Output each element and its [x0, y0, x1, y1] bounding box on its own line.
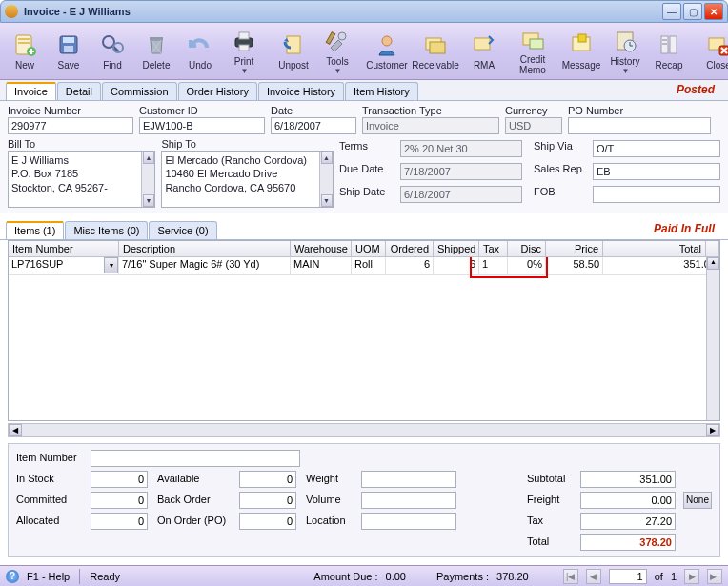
amount-due-value: 0.00 [386, 571, 406, 582]
undo-button[interactable]: Undo [179, 26, 221, 77]
allocated-field[interactable] [91, 513, 148, 530]
prev-page-button[interactable]: ◀ [586, 569, 601, 584]
chevron-down-icon[interactable]: ▼ [622, 67, 630, 75]
tab-service[interactable]: Service (0) [149, 221, 216, 239]
delete-button[interactable]: Delete [135, 26, 177, 77]
cell-item[interactable]: LP716SUP▾ [9, 257, 119, 274]
find-button[interactable]: Find [91, 26, 133, 77]
ship-to-scrollbar[interactable]: ▲▼ [319, 152, 333, 207]
freight-field[interactable] [580, 492, 676, 509]
page-field[interactable] [609, 569, 647, 584]
cell-desc[interactable]: 7/16" Super Magic 6# (30 Yd) [119, 257, 291, 274]
svg-rect-22 [530, 39, 543, 49]
credit-memo-button[interactable]: Credit Memo [507, 26, 558, 77]
volume-field[interactable] [361, 492, 456, 509]
item-number-field[interactable] [91, 450, 300, 467]
in-stock-field[interactable] [91, 471, 148, 488]
tab-order-history[interactable]: Order History [178, 82, 257, 100]
col-total[interactable]: Total [603, 241, 706, 256]
cell-shipped[interactable]: 6 [434, 257, 479, 274]
transaction-type-label: Transaction Type [362, 105, 499, 116]
grid-body[interactable]: LP716SUP▾ 7/16" Super Magic 6# (30 Yd) M… [9, 257, 719, 420]
ship-date-field[interactable] [400, 186, 522, 203]
col-shipped[interactable]: Shipped [434, 241, 479, 256]
transaction-type-field[interactable] [362, 117, 499, 134]
on-order-po-field[interactable] [239, 513, 296, 530]
tab-invoice[interactable]: Invoice [6, 82, 56, 100]
po-number-field[interactable] [568, 117, 711, 134]
col-price[interactable]: Price [546, 241, 603, 256]
chevron-down-icon[interactable]: ▼ [241, 67, 249, 75]
col-ordered[interactable]: Ordered [386, 241, 434, 256]
receivable-button[interactable]: Receivable [410, 26, 461, 77]
col-item-number[interactable]: Item Number [9, 241, 119, 256]
committed-field[interactable] [91, 492, 148, 509]
currency-field[interactable] [505, 117, 562, 134]
chevron-down-icon[interactable]: ▼ [334, 67, 342, 75]
maximize-button[interactable]: ▢ [683, 3, 702, 20]
due-date-field[interactable] [400, 163, 522, 180]
terms-field[interactable] [400, 140, 522, 157]
col-warehouse[interactable]: Warehouse [291, 241, 352, 256]
weight-field[interactable] [361, 471, 456, 488]
cell-disc[interactable]: 0% [508, 257, 546, 274]
next-page-button[interactable]: ▶ [684, 569, 699, 584]
available-field[interactable] [239, 471, 296, 488]
ship-to-field[interactable]: El Mercado (Rancho Cordova) 10460 El Mer… [161, 151, 334, 208]
undo-icon [187, 31, 213, 58]
history-button[interactable]: History▼ [604, 26, 646, 77]
cell-tax[interactable]: 1 [479, 257, 508, 274]
message-button[interactable]: Message [560, 26, 602, 77]
save-button[interactable]: Save [48, 26, 90, 77]
tab-item-history[interactable]: Item History [345, 82, 418, 100]
unpost-button[interactable]: Unpost [273, 26, 314, 77]
bill-to-scrollbar[interactable]: ▲▼ [141, 152, 154, 207]
back-order-field[interactable] [239, 492, 296, 509]
col-tax[interactable]: Tax [479, 241, 508, 256]
tab-commission[interactable]: Commission [102, 82, 177, 100]
recap-button[interactable]: Recap [648, 26, 690, 77]
table-row[interactable]: LP716SUP▾ 7/16" Super Magic 6# (30 Yd) M… [9, 257, 719, 275]
date-field[interactable] [271, 117, 356, 134]
cell-ordered[interactable]: 6 [386, 257, 434, 274]
tools-button[interactable]: Tools▼ [316, 26, 358, 77]
grid-vscrollbar[interactable]: ▲ [706, 257, 719, 420]
cell-uom[interactable]: Roll [352, 257, 386, 274]
help-icon[interactable]: ? [6, 570, 19, 583]
committed-label: Committed [16, 492, 85, 509]
col-disc[interactable]: Disc [508, 241, 546, 256]
ship-via-label: Ship Via [534, 140, 587, 156]
cell-price[interactable]: 58.50 [546, 257, 603, 274]
invoice-number-field[interactable] [8, 117, 133, 134]
first-page-button[interactable]: |◀ [563, 569, 578, 584]
save-icon [55, 31, 82, 58]
grid-hscrollbar[interactable]: ◀▶ [8, 423, 720, 437]
cell-total[interactable]: 351.00 [603, 257, 719, 274]
fob-field[interactable] [593, 186, 720, 203]
tab-items[interactable]: Items (1) [6, 221, 64, 239]
print-button[interactable]: Print▼ [223, 26, 265, 77]
minimize-button[interactable]: — [662, 3, 681, 20]
sales-rep-field[interactable] [593, 163, 720, 180]
tab-detail[interactable]: Detail [57, 82, 101, 100]
new-button[interactable]: New [4, 26, 46, 77]
col-uom[interactable]: UOM [352, 241, 386, 256]
customer-button[interactable]: Customer [366, 26, 408, 77]
close-button[interactable]: Close [698, 26, 728, 77]
rma-button[interactable]: RMA [463, 26, 505, 77]
chevron-down-icon[interactable]: ▾ [104, 257, 118, 273]
customer-id-field[interactable] [139, 117, 265, 134]
tab-misc-items[interactable]: Misc Items (0) [65, 221, 148, 239]
col-description[interactable]: Description [119, 241, 291, 256]
due-date-label: Due Date [339, 163, 394, 179]
location-field[interactable] [361, 513, 456, 530]
bill-to-field[interactable]: E J Williams P.O. Box 7185 Stockton, CA … [8, 151, 155, 208]
freight-none-button[interactable]: None [683, 492, 712, 509]
last-page-button[interactable]: ▶| [707, 569, 722, 584]
close-window-button[interactable]: ✕ [704, 3, 723, 20]
cell-wh[interactable]: MAIN [291, 257, 352, 274]
ship-via-field[interactable] [593, 140, 720, 157]
tab-invoice-history[interactable]: Invoice History [258, 82, 344, 100]
subtotal-field [580, 471, 676, 488]
customer-icon [374, 31, 400, 58]
